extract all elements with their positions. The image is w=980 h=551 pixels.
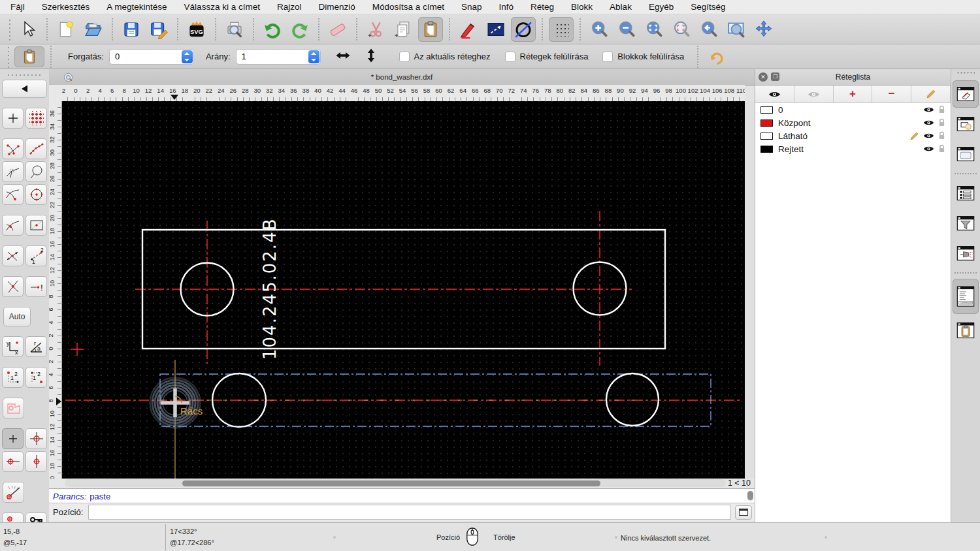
position-input[interactable] [88, 505, 731, 520]
new-document-button[interactable] [54, 17, 78, 42]
layer-lock-icon[interactable] [938, 144, 945, 153]
zoom-pan-button[interactable] [751, 17, 776, 42]
zoom-previous-button[interactable] [696, 17, 721, 42]
menu-info[interactable]: Infó [499, 2, 514, 12]
palette-handle[interactable] [7, 73, 42, 78]
revert-button[interactable] [704, 44, 729, 69]
layer-lock-icon[interactable] [938, 118, 945, 127]
panel-detach-icon[interactable]: ❐ [771, 72, 779, 81]
add-layer-button[interactable]: + [834, 86, 873, 102]
dock-command-widget-button[interactable]: command [953, 279, 979, 314]
menu-draw[interactable]: Rajzol [277, 2, 302, 12]
menu-modify[interactable]: Módosítsa a címet [372, 2, 444, 12]
draw-order-button[interactable] [3, 398, 24, 418]
scale-stepper[interactable] [308, 50, 319, 63]
palette-back-button[interactable] [2, 80, 47, 98]
cut-button[interactable] [363, 17, 388, 42]
command-scrollbar[interactable] [747, 491, 753, 501]
snap-center-button[interactable] [25, 184, 47, 205]
scale-input[interactable] [237, 51, 308, 62]
snap-nearest-button[interactable] [2, 184, 24, 205]
toolbar-handle[interactable] [7, 46, 10, 68]
hole-bottom-right[interactable] [606, 373, 659, 426]
line-attributes-button[interactable] [483, 17, 508, 42]
zoom-in-button[interactable] [587, 17, 612, 42]
dock-clipboard-button[interactable] [953, 317, 979, 344]
layer-visible-icon[interactable] [923, 106, 934, 114]
menu-view[interactable]: A megtekintése [106, 2, 167, 12]
layer-lock-icon[interactable] [938, 105, 945, 114]
select-pointer-button[interactable] [16, 17, 41, 42]
undo-button[interactable] [260, 17, 285, 42]
snap-free-button[interactable] [2, 108, 24, 129]
menu-snap[interactable]: Snap [461, 2, 482, 12]
snap-endpoint-button[interactable] [2, 138, 24, 159]
redo-button[interactable] [287, 17, 312, 42]
snap-tangent-button[interactable] [2, 215, 24, 236]
document-tab-title[interactable]: * bond_washer.dxf [49, 73, 755, 81]
zoom-out-button[interactable] [614, 17, 639, 42]
grid-toggle-button[interactable] [549, 17, 574, 42]
menu-layer[interactable]: Réteg [531, 2, 554, 12]
print-preview-button[interactable] [222, 17, 247, 42]
command-history[interactable]: Parancs: paste [49, 488, 755, 503]
menu-help[interactable]: Segítség [691, 2, 725, 12]
dock-block-list-button[interactable] [953, 110, 979, 138]
overwrite-layers-checkbox[interactable] [505, 52, 515, 62]
save-button[interactable] [119, 17, 144, 42]
layer-row-0[interactable]: 0 [755, 103, 951, 116]
dock-light-tool-button[interactable] [953, 240, 979, 267]
command-scrollbar-thumb[interactable] [747, 491, 753, 500]
angle-gauge-button[interactable] [3, 482, 24, 503]
flip-vertical-button[interactable] [364, 48, 378, 65]
snap-intersection-button[interactable] [2, 276, 24, 297]
circle-tool-button[interactable] [511, 17, 536, 42]
hide-all-layers-button[interactable] [794, 86, 834, 102]
erase-button[interactable] [325, 17, 350, 42]
svg-export-button[interactable]: SVG [184, 17, 209, 42]
dock-selection-filter-button[interactable] [953, 210, 979, 237]
command-window-button[interactable] [735, 505, 752, 520]
snap-grid-button[interactable] [25, 108, 47, 129]
to-current-layer-checkbox[interactable] [399, 52, 410, 62]
paste-button[interactable] [418, 17, 443, 42]
menu-other[interactable]: Egyéb [649, 2, 674, 12]
overwrite-blocks-checkbox[interactable] [602, 52, 613, 62]
relative-zero-button[interactable] [2, 428, 24, 449]
snap-middle-button[interactable] [25, 215, 47, 236]
horizontal-scrollbar-thumb[interactable] [182, 480, 600, 486]
zoom-auto-button[interactable] [642, 17, 666, 42]
coordinate-cartesian-button[interactable]: yx [2, 336, 24, 357]
pen-attributes-button[interactable] [456, 17, 481, 42]
snap-intersection-manual-button[interactable] [2, 161, 24, 182]
part-outline-rect[interactable] [142, 230, 665, 349]
horizontal-scrollbar[interactable] [65, 479, 726, 487]
layer-visible-icon[interactable] [923, 119, 934, 127]
layer-row-kozpont[interactable]: Központ [755, 116, 951, 129]
target-point-button[interactable] [25, 428, 47, 449]
remove-layer-button[interactable]: − [872, 86, 911, 102]
restrict-horizontal-button[interactable] [2, 451, 24, 472]
flip-horizontal-button[interactable] [335, 48, 351, 65]
dock-layer-list-button[interactable] [953, 80, 979, 108]
snap-auto-intersection-button[interactable] [2, 245, 24, 266]
restrict-vertical-button[interactable] [25, 451, 47, 472]
snap-circle-button[interactable] [25, 161, 47, 182]
snap-restrict-button[interactable]: ! [25, 276, 47, 297]
layer-row-lathato[interactable]: Látható [755, 129, 951, 142]
layer-row-rejtett[interactable]: Rejtett [755, 142, 951, 155]
paste-tool-button[interactable] [14, 46, 44, 67]
corner-second-button[interactable]: 12 [25, 367, 47, 388]
copy-button[interactable] [391, 17, 416, 42]
dock-entity-list-button[interactable] [953, 180, 979, 207]
menu-window[interactable]: Ablak [610, 2, 632, 12]
coordinate-polar-button[interactable]: ra [25, 336, 47, 357]
menu-select[interactable]: Válassza ki a címet [184, 2, 260, 12]
panel-close-icon[interactable]: ✕ [759, 72, 768, 82]
layer-visible-icon[interactable] [923, 132, 934, 140]
zoom-selection-button[interactable] [669, 17, 694, 42]
zoom-window-button[interactable] [724, 17, 749, 42]
snap-on-entity-button[interactable] [25, 138, 47, 159]
edit-layer-button[interactable] [911, 86, 951, 102]
show-all-layers-button[interactable] [755, 86, 794, 102]
